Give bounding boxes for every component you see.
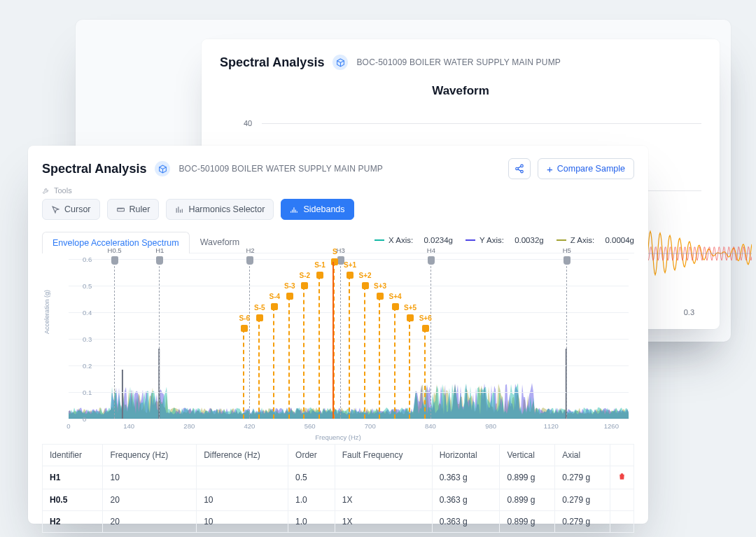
x-tick: 0	[66, 422, 70, 430]
cube-icon	[155, 161, 170, 176]
sidebands-tool-button[interactable]: Sidebands	[281, 199, 354, 220]
tab-waveform[interactable]: Waveform	[190, 231, 251, 253]
toolbar: Cursor Ruler Harmonics Selector Sideband…	[42, 199, 634, 220]
tools-section-label: Tools	[42, 186, 634, 195]
front-asset-name: BOC-501009 BOILER WATER SUPPLY MAIN PUMP	[178, 164, 383, 174]
back-asset-name: BOC-501009 BOILER WATER SUPPLY MAIN PUMP	[356, 57, 561, 67]
sideband-marker[interactable]: S+4	[394, 307, 396, 419]
front-title: Spectral Analysis	[42, 162, 146, 176]
cell-horizontal: 0.363 g	[432, 511, 500, 533]
front-window: Spectral Analysis BOC-501009 BOILER WATE…	[28, 146, 648, 524]
wrench-icon	[42, 187, 50, 195]
cell-difference	[197, 466, 288, 489]
x-tick: 420	[244, 422, 255, 430]
share-icon	[514, 164, 524, 174]
harmonic-marker[interactable]: H1	[159, 259, 160, 419]
spectrum-chart: Acceleration (g) 00.10.20.30.40.50.60140…	[42, 253, 634, 442]
back-chart-title: Waveform	[220, 84, 701, 98]
th-difference: Difference (Hz)	[197, 445, 288, 466]
cube-icon	[332, 55, 348, 70]
harmonics-table: Identifier Frequency (Hz) Difference (Hz…	[42, 444, 634, 533]
th-frequency: Frequency (Hz)	[103, 445, 197, 466]
cell-identifier: H1	[43, 466, 103, 489]
cell-actions	[610, 511, 634, 533]
share-button[interactable]	[508, 158, 531, 179]
ruler-tool-button[interactable]: Ruler	[107, 199, 160, 220]
cell-identifier: H0.5	[43, 489, 103, 511]
x-axis-label: Frequency (Hz)	[315, 433, 360, 441]
y-tick: 0	[83, 415, 86, 423]
axis-legend: X Axis: 0.0234g Y Axis: 0.0032g Z Axis: …	[374, 236, 634, 249]
table-row: H1100.50.363 g0.899 g0.279 g	[43, 466, 634, 489]
harmonic-marker[interactable]: H2	[249, 259, 250, 419]
svg-point-2	[516, 167, 519, 170]
sideband-marker[interactable]: S+1	[349, 275, 350, 419]
y-tick: 0.3	[83, 335, 92, 343]
y-tick: 0.6	[83, 256, 92, 263]
sideband-marker[interactable]: S+3	[379, 296, 380, 419]
cell-order: 1.0	[288, 511, 335, 533]
sidebands-icon	[290, 205, 299, 214]
harmonic-marker[interactable]: H3	[340, 259, 341, 419]
cell-order: 1.0	[288, 489, 335, 511]
sideband-marker[interactable]: S-6	[243, 328, 244, 419]
trash-icon	[617, 472, 626, 481]
cursor-icon	[51, 205, 60, 214]
cell-actions	[610, 466, 634, 489]
sideband-marker[interactable]: S-4	[273, 307, 274, 419]
back-ytick-40: 40	[244, 119, 252, 127]
chart-tabs: Envelope Acceleration Spectrum Waveform	[42, 231, 250, 253]
sideband-marker[interactable]: S-1	[318, 275, 320, 419]
gridline	[262, 123, 701, 124]
cell-order: 0.5	[288, 466, 335, 489]
x-tick: 1260	[604, 422, 619, 430]
harmonics-tool-button[interactable]: Harmonics Selector	[166, 199, 274, 220]
x-tick: 560	[304, 422, 316, 430]
th-identifier: Identifier	[43, 445, 103, 466]
cell-frequency: 20	[103, 511, 197, 533]
cursor-tool-button[interactable]: Cursor	[42, 199, 100, 220]
sideband-marker[interactable]: S-3	[288, 296, 290, 419]
sideband-marker[interactable]: S+2	[364, 286, 365, 419]
cell-difference: 10	[197, 489, 288, 511]
sideband-marker[interactable]: S-2	[303, 286, 304, 419]
cell-frequency: 20	[103, 489, 197, 511]
cell-vertical: 0.899 g	[500, 489, 555, 511]
cell-vertical: 0.899 g	[500, 511, 555, 533]
cell-vertical: 0.899 g	[500, 466, 555, 489]
table-row: H220101.01X0.363 g0.899 g0.279 g	[43, 511, 634, 533]
compare-sample-button[interactable]: + Compare Sample	[538, 158, 634, 179]
delete-row-button[interactable]	[617, 473, 626, 483]
cell-actions	[610, 489, 634, 511]
th-fault: Fault Frequency	[335, 445, 432, 466]
sideband-marker[interactable]: S+6	[424, 328, 426, 419]
x-tick: 980	[485, 422, 496, 430]
cell-axial: 0.279 g	[555, 511, 610, 533]
table-row: H0.520101.01X0.363 g0.899 g0.279 g	[43, 489, 634, 511]
cell-difference: 10	[197, 511, 288, 533]
harmonic-marker[interactable]: H0.5	[114, 259, 115, 419]
harmonics-icon	[175, 205, 184, 214]
harmonic-marker[interactable]: H5	[566, 259, 567, 419]
sideband-marker[interactable]: S+5	[409, 318, 410, 419]
svg-point-3	[521, 170, 524, 173]
x-tick: 700	[365, 422, 376, 430]
x-tick: 1120	[544, 422, 559, 430]
th-order: Order	[288, 445, 335, 466]
cell-horizontal: 0.363 g	[432, 489, 500, 511]
th-axial: Axial	[555, 445, 610, 466]
cell-fault: 1X	[335, 489, 432, 511]
svg-rect-5	[122, 370, 123, 419]
back-xtick: 0.3	[684, 308, 694, 316]
compare-label: Compare Sample	[557, 164, 625, 174]
cell-axial: 0.279 g	[555, 466, 610, 489]
sideband-marker[interactable]: S-5	[258, 318, 260, 419]
cell-fault	[335, 466, 432, 489]
x-tick: 280	[183, 422, 195, 430]
x-tick: 140	[123, 422, 134, 430]
cell-identifier: H2	[43, 511, 103, 533]
th-vertical: Vertical	[500, 445, 555, 466]
plus-icon: +	[547, 164, 553, 174]
harmonic-marker[interactable]: H4	[430, 259, 431, 419]
y-tick: 0.4	[83, 309, 92, 316]
